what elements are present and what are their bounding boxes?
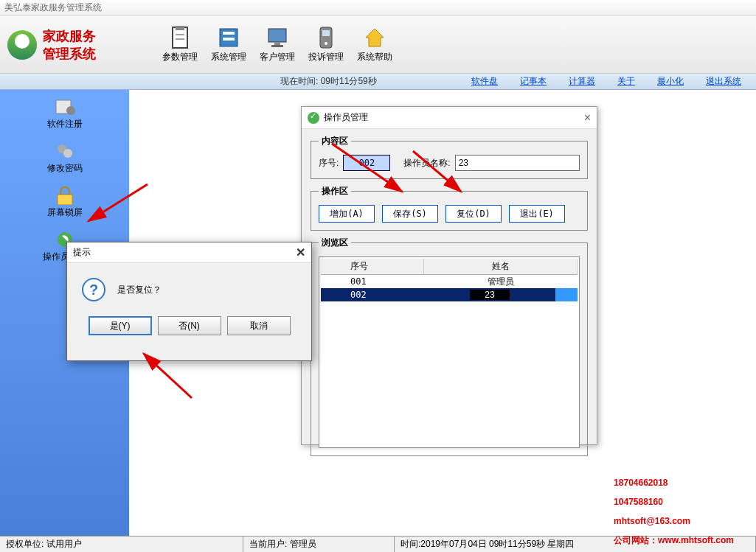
sidebar-password[interactable]: 修改密码 <box>47 142 83 175</box>
dialog-title: 操作员管理 <box>324 111 368 124</box>
toolbar-label: 参数管理 <box>162 51 198 63</box>
svg-rect-8 <box>274 42 280 45</box>
link-notepad[interactable]: 记事本 <box>520 75 547 88</box>
confirm-message: 是否复位？ <box>117 284 162 296</box>
svg-rect-5 <box>223 32 235 35</box>
sidebar-lock[interactable]: 屏幕锁屏 <box>47 186 83 219</box>
check-icon <box>308 112 319 124</box>
action-group: 操作区 增加(A) 保存(S) 复位(D) 退出(E) <box>311 185 588 231</box>
exit-button[interactable]: 退出(E) <box>509 205 565 223</box>
link-about[interactable]: 关于 <box>617 75 635 88</box>
confirm-title-text: 提示 <box>73 246 91 259</box>
toolbar-customer[interactable]: 客户管理 <box>260 26 295 63</box>
logo: 家政服务 管理系统 <box>0 27 148 63</box>
yes-button[interactable]: 是(Y) <box>89 316 152 335</box>
sidebar-label: 屏幕锁屏 <box>47 206 83 219</box>
svg-point-15 <box>66 106 75 115</box>
table-header: 序号 姓名 <box>321 259 578 275</box>
content-group: 内容区 序号: 002 操作员名称: <box>311 135 588 179</box>
window-titlebar: 美弘泰家政服务管理系统 <box>0 0 756 16</box>
toolbar-label: 客户管理 <box>260 51 295 63</box>
gear-icon <box>53 142 77 161</box>
phone-icon <box>314 26 338 49</box>
status-user: 管理员 <box>290 538 316 551</box>
main-toolbar: 家政服务 管理系统 参数管理 系统管理 客户管理 投诉管理 系统帮助 <box>0 16 756 74</box>
name-label: 操作员名称: <box>403 157 450 170</box>
no-button[interactable]: 否(N) <box>158 316 221 335</box>
table-row[interactable]: 001 管理员 <box>321 275 578 288</box>
toolbar-label: 系统帮助 <box>357 51 392 63</box>
current-time: 现在时间: 09时11分59秒 <box>280 75 377 88</box>
question-icon: ? <box>82 278 105 301</box>
name-field[interactable] <box>455 155 580 171</box>
sidebar-register[interactable]: 软件注册 <box>47 97 83 130</box>
svg-rect-6 <box>223 38 235 41</box>
svg-marker-13 <box>366 29 384 46</box>
clipboard-icon <box>168 26 192 49</box>
link-exit[interactable]: 退出系统 <box>706 75 741 88</box>
toolbar-label: 投诉管理 <box>308 51 344 63</box>
lock-icon <box>53 186 77 205</box>
table-row-selected[interactable]: 002 23 <box>321 288 578 301</box>
contact-phone: 18704662018 <box>614 473 734 492</box>
svg-rect-0 <box>173 27 187 48</box>
svg-point-17 <box>63 149 72 158</box>
close-icon[interactable]: ✕ <box>296 245 305 259</box>
link-minimize[interactable]: 最小化 <box>657 75 684 88</box>
contact-site-label: 公司网站： <box>614 535 658 545</box>
operator-dialog: 操作员管理 × 内容区 序号: 002 操作员名称: 操作区 增加(A) 保存(… <box>301 106 597 445</box>
home-icon <box>363 26 386 49</box>
link-softdisk[interactable]: 软件盘 <box>471 75 498 88</box>
contact-email: mhtsoft@163.com <box>614 511 734 531</box>
contact-info: 18704662018 1047588160 mhtsoft@163.com 公… <box>614 473 734 550</box>
svg-rect-18 <box>58 195 72 205</box>
svg-rect-7 <box>268 29 286 42</box>
status-time: 2019年07月04日 09时11分59秒 星期四 <box>420 538 574 551</box>
status-unit: 试用用户 <box>46 538 82 551</box>
logo-icon <box>7 30 37 60</box>
num-field[interactable]: 002 <box>343 155 390 171</box>
confirm-titlebar[interactable]: 提示 ✕ <box>67 242 311 263</box>
svg-rect-11 <box>322 30 330 36</box>
confirm-dialog: 提示 ✕ ? 是否复位？ 是(Y) 否(N) 取消 <box>66 242 312 361</box>
sidebar-label: 修改密码 <box>47 162 83 175</box>
toolbar-help[interactable]: 系统帮助 <box>357 26 392 63</box>
logo-line1: 家政服务 <box>43 27 96 45</box>
sidebar-label: 软件注册 <box>47 118 83 130</box>
close-icon[interactable]: × <box>584 111 591 125</box>
monitor-icon <box>266 26 289 49</box>
toolbar-system[interactable]: 系统管理 <box>211 26 246 63</box>
num-label: 序号: <box>319 157 339 170</box>
contact-qq: 1047588160 <box>614 492 734 511</box>
register-icon <box>53 97 77 116</box>
toolbar-label: 系统管理 <box>211 51 246 63</box>
window-title: 美弘泰家政服务管理系统 <box>4 1 102 14</box>
dialog-titlebar[interactable]: 操作员管理 × <box>302 107 597 129</box>
contact-site: www.mhtsoft.com <box>658 535 734 545</box>
server-icon <box>217 26 240 49</box>
svg-rect-1 <box>176 26 184 30</box>
save-button[interactable]: 保存(S) <box>382 205 438 223</box>
link-bar: 现在时间: 09时11分59秒 软件盘 记事本 计算器 关于 最小化 退出系统 <box>0 74 756 90</box>
toolbar-complaint[interactable]: 投诉管理 <box>308 26 344 63</box>
reset-button[interactable]: 复位(D) <box>445 205 502 223</box>
browse-group: 浏览区 序号 姓名 001 管理员 002 23 <box>311 237 588 456</box>
add-button[interactable]: 增加(A) <box>319 205 375 223</box>
logo-line2: 管理系统 <box>43 45 96 63</box>
svg-rect-9 <box>271 45 283 47</box>
cancel-button[interactable]: 取消 <box>227 316 291 335</box>
toolbar-params[interactable]: 参数管理 <box>162 26 198 63</box>
link-calc[interactable]: 计算器 <box>569 75 595 88</box>
svg-point-12 <box>325 42 327 45</box>
